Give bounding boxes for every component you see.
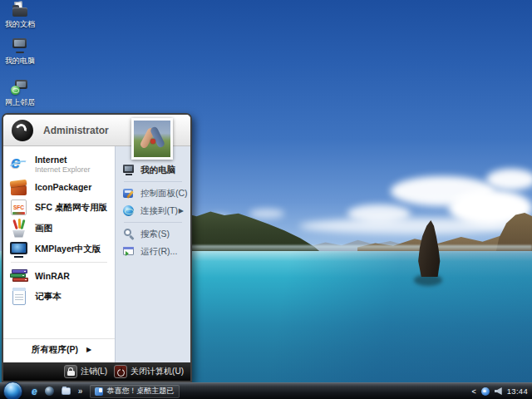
all-programs-button[interactable]: 所有程序(P) ▶ <box>3 338 115 360</box>
menu-item-label: 记事本 <box>35 291 62 303</box>
cloud <box>486 169 532 190</box>
paint-icon <box>9 219 29 239</box>
menu-item-sublabel: Internet Explorer <box>35 165 91 174</box>
start-menu-left-column: e Internet Internet Explorer IconPackage… <box>3 146 115 362</box>
winrar-icon <box>9 266 29 286</box>
quick-launch-overflow-chevron-icon[interactable]: » <box>78 387 83 396</box>
shutdown-button[interactable]: 关闭计算机(U) <box>114 365 184 378</box>
quick-launch-media-icon[interactable] <box>45 387 54 396</box>
menu-item-winrar[interactable]: WinRAR <box>3 265 115 286</box>
network-places-icon <box>11 80 29 95</box>
menu-item-label: KMPlayer中文版 <box>35 244 101 255</box>
username: Administrator <box>43 125 109 136</box>
desktop-icon-label: 我的电脑 <box>5 56 35 66</box>
submenu-arrow-icon: ▶ <box>86 346 91 353</box>
menu-item-iconpackager[interactable]: IconPackager <box>3 176 115 197</box>
power-icon <box>114 365 127 378</box>
desktop-icon-label: 我的文档 <box>5 19 35 30</box>
task-window-icon <box>95 387 103 396</box>
iconpackager-icon <box>9 177 29 197</box>
my-documents-icon <box>11 2 29 17</box>
internet-explorer-icon: e <box>9 154 29 174</box>
lock-icon <box>64 365 77 378</box>
quick-launch-folder-icon[interactable] <box>62 387 71 395</box>
menu-item-label: WinRAR <box>35 271 70 281</box>
cloud-band <box>299 218 532 234</box>
start-menu-footer: 注销(L) 关闭计算机(U) <box>3 362 190 381</box>
menu-item-kmplayer[interactable]: KMPlayer中文版 <box>3 239 115 259</box>
log-off-button[interactable]: 注销(L) <box>64 365 107 378</box>
menu-item-connect-to[interactable]: 连接到(T) ▶ <box>122 202 190 219</box>
menu-separator <box>124 181 182 182</box>
desktop-icon-label: 网上邻居 <box>5 97 35 108</box>
sfc-icon: SFC <box>9 198 29 218</box>
my-computer-icon <box>11 38 29 53</box>
menu-item-paint[interactable]: 画图 <box>3 218 115 239</box>
menu-item-my-computer[interactable]: 我的电脑 <box>122 161 190 179</box>
desktop-icon-my-computer[interactable]: 我的电脑 <box>1 38 39 66</box>
connect-to-icon <box>122 204 135 217</box>
user-avatar-icon <box>12 120 33 141</box>
start-menu-body: e Internet Internet Explorer IconPackage… <box>3 146 190 362</box>
notepad-icon <box>9 287 29 307</box>
menu-item-label: 搜索(S) <box>140 229 170 240</box>
quick-launch-ie-icon[interactable]: e <box>32 386 37 397</box>
horizon-haze <box>191 245 532 253</box>
tray-volume-icon[interactable] <box>495 387 502 395</box>
menu-item-label: 运行(R)... <box>140 246 177 258</box>
run-icon <box>122 245 135 258</box>
search-icon <box>122 228 135 240</box>
desktop-icon-network-places[interactable]: 网上邻居 <box>1 80 39 108</box>
my-computer-icon <box>122 164 135 176</box>
tray-network-icon[interactable] <box>481 387 490 396</box>
tray-collapse-chevron-icon[interactable]: < <box>471 387 475 396</box>
menu-item-label: 我的电脑 <box>140 165 175 176</box>
menu-item-sfc[interactable]: SFC SFC 桌酷网专用版 <box>3 197 115 218</box>
shutdown-label: 关闭计算机(U) <box>131 366 184 377</box>
menu-item-run[interactable]: 运行(R)... <box>122 243 190 260</box>
log-off-label: 注销(L) <box>81 366 107 377</box>
menu-item-label: 画图 <box>35 223 52 234</box>
menu-item-label: IconPackager <box>35 182 91 192</box>
taskbar-task-button[interactable]: 恭喜您！桌酷主题已... <box>90 385 180 398</box>
task-button-label: 恭喜您！桌酷主题已... <box>106 386 175 397</box>
menu-item-label: 连接到(T) <box>140 205 178 217</box>
menu-item-search[interactable]: 搜索(S) <box>122 225 190 243</box>
submenu-arrow-icon: ▶ <box>179 207 184 214</box>
quick-launch-bar: e » <box>32 386 82 397</box>
user-picture[interactable] <box>131 118 173 160</box>
cloud <box>249 209 284 219</box>
desktop-icon-my-documents[interactable]: 我的文档 <box>1 2 39 30</box>
menu-item-label: 控制面板(C) <box>140 188 188 200</box>
kmplayer-icon <box>9 239 29 259</box>
start-menu: Administrator e Internet Internet Explor… <box>2 113 192 382</box>
taskbar: e » 恭喜您！桌酷主题已... < 13:44 <box>0 382 532 399</box>
photo-detail <box>150 139 155 144</box>
menu-item-internet[interactable]: e Internet Internet Explorer <box>3 151 115 176</box>
menu-separator <box>11 262 107 263</box>
start-button[interactable] <box>3 382 22 399</box>
all-programs-label: 所有程序(P) <box>32 344 78 356</box>
control-panel-icon <box>122 187 135 200</box>
system-tray: < 13:44 <box>471 387 532 396</box>
spacer <box>3 307 115 337</box>
menu-separator <box>124 222 182 223</box>
start-menu-right-column: 我的电脑 控制面板(C) 连接到(T) ▶ 搜索( <box>115 146 190 362</box>
menu-item-label: Internet <box>35 155 91 165</box>
taskbar-clock[interactable]: 13:44 <box>507 387 528 396</box>
menu-item-control-panel[interactable]: 控制面板(C) <box>122 185 190 202</box>
menu-item-label: SFC 桌酷网专用版 <box>35 202 107 214</box>
menu-item-notepad[interactable]: 记事本 <box>3 286 115 307</box>
